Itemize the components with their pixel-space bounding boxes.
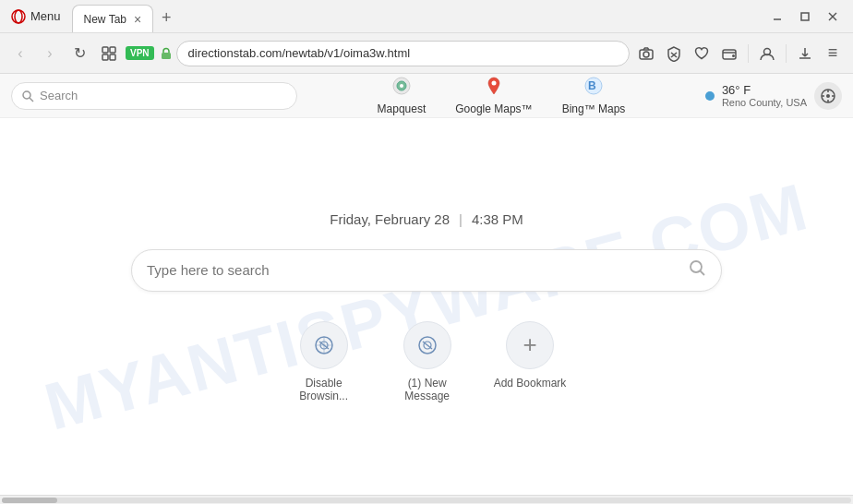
weather-widget: 36° F Reno County, USA	[705, 83, 807, 108]
svg-point-18	[23, 91, 30, 99]
main-search-bar[interactable]	[131, 249, 722, 292]
svg-line-19	[30, 98, 33, 102]
svg-rect-3	[801, 13, 809, 20]
mapquest-link[interactable]: Mapquest	[363, 72, 441, 119]
svg-point-12	[643, 52, 649, 57]
svg-point-0	[12, 10, 25, 23]
profile-icon[interactable]	[754, 41, 780, 66]
maximize-button[interactable]	[792, 4, 818, 30]
forward-button[interactable]: ›	[37, 41, 63, 66]
camera-icon[interactable]	[633, 41, 659, 66]
svg-rect-6	[102, 47, 108, 53]
active-tab[interactable]: New Tab ×	[72, 5, 154, 32]
download-icon[interactable]	[792, 41, 818, 66]
svg-rect-10	[162, 53, 171, 59]
time-text: 4:38 PM	[472, 211, 523, 227]
shortcut-icons: Disable Browsin... (1) New Message	[287, 321, 567, 402]
weather-temp: 36° F	[722, 83, 807, 97]
main-search-icon	[688, 258, 706, 282]
menu-label: Menu	[30, 9, 61, 23]
tab-bar: New Tab × +	[72, 0, 757, 32]
vpn-badge[interactable]: VPN	[126, 46, 154, 60]
svg-point-22	[400, 84, 403, 88]
weather-dot	[705, 91, 715, 101]
address-text: directionstab.com/newtab/v1/oima3w.html	[188, 46, 411, 60]
bingmaps-link[interactable]: B Bing™ Maps	[547, 72, 641, 119]
heart-icon[interactable]	[689, 41, 715, 66]
lock-icon	[160, 47, 173, 60]
scrollbar-thumb[interactable]	[2, 498, 57, 503]
opera-icon	[11, 9, 26, 24]
disable-browsing-label: Disable Browsin...	[287, 377, 361, 402]
svg-rect-7	[110, 47, 115, 53]
datetime-separator: |	[459, 211, 463, 227]
weather-info: 36° F Reno County, USA	[722, 83, 807, 108]
address-bar[interactable]: directionstab.com/newtab/v1/oima3w.html	[176, 41, 630, 66]
nav-right-icons: ≡	[633, 41, 846, 66]
shortcut-disable-browsing[interactable]: Disable Browsin...	[287, 321, 361, 402]
shortcut-new-message[interactable]: (1) New Message	[390, 321, 464, 402]
page-content: MYANTISPYWARE.COM Friday, February 28 | …	[0, 118, 853, 495]
shield-x-icon[interactable]	[661, 41, 687, 66]
svg-point-16	[732, 54, 735, 57]
mapquest-label: Mapquest	[378, 102, 426, 115]
tab-title: New Tab	[84, 13, 126, 26]
menu-button[interactable]: Menu	[0, 0, 72, 32]
svg-rect-9	[110, 54, 115, 60]
toolbar-search-placeholder: Search	[40, 89, 78, 102]
scrollbar-container	[0, 495, 853, 504]
svg-text:B: B	[588, 79, 596, 92]
reload-button[interactable]: ↻	[66, 41, 92, 66]
weather-location: Reno County, USA	[722, 97, 807, 108]
add-bookmark-label: Add Bookmark	[494, 377, 567, 390]
svg-point-1	[15, 10, 22, 23]
nav-bar: ‹ › ↻ VPN directionstab.com/newtab/v1/oi…	[0, 33, 853, 74]
page-inner: Friday, February 28 | 4:38 PM	[131, 211, 722, 402]
googlemaps-label: Google Maps™	[455, 102, 532, 115]
toolbar: Search Mapquest	[0, 74, 853, 118]
wallet-icon[interactable]	[716, 41, 742, 66]
title-bar: Menu New Tab × +	[0, 0, 853, 33]
browser-frame: Menu New Tab × + ‹ › ↻	[0, 0, 853, 504]
date-text: Friday, February 28	[330, 211, 450, 227]
toolbar-search-icon	[21, 90, 34, 102]
googlemaps-link[interactable]: Google Maps™	[440, 72, 547, 119]
main-menu-icon[interactable]: ≡	[820, 41, 846, 66]
scrollbar-track[interactable]	[2, 498, 851, 503]
svg-line-33	[701, 271, 705, 276]
window-controls	[757, 0, 853, 32]
svg-point-32	[691, 261, 702, 272]
tabs-button[interactable]	[96, 41, 122, 66]
datetime-display: Friday, February 28 | 4:38 PM	[330, 211, 523, 227]
bingmaps-label: Bing™ Maps	[562, 102, 626, 115]
new-message-label: (1) New Message	[390, 377, 464, 402]
new-message-icon-circle	[403, 321, 451, 369]
shortcut-add-bookmark[interactable]: + Add Bookmark	[494, 321, 567, 390]
main-search-input[interactable]	[147, 262, 680, 278]
googlemaps-icon	[484, 76, 504, 101]
toolbar-search-box[interactable]: Search	[11, 82, 297, 110]
disable-browsing-icon-circle	[300, 321, 348, 369]
tab-close-button[interactable]: ×	[134, 13, 141, 26]
toolbar-links: Mapquest Google Maps™ B B	[297, 72, 705, 119]
add-bookmark-icon-circle: +	[506, 321, 554, 369]
bingmaps-icon: B	[583, 76, 604, 101]
back-button[interactable]: ‹	[7, 41, 33, 66]
mapquest-icon	[391, 76, 412, 101]
svg-rect-8	[102, 54, 108, 60]
svg-point-23	[491, 81, 496, 86]
new-tab-button[interactable]: +	[153, 5, 179, 30]
location-button[interactable]	[814, 82, 842, 110]
svg-rect-15	[723, 50, 736, 59]
minimize-button[interactable]	[764, 4, 790, 30]
close-button[interactable]	[820, 4, 846, 30]
svg-point-27	[826, 94, 830, 98]
